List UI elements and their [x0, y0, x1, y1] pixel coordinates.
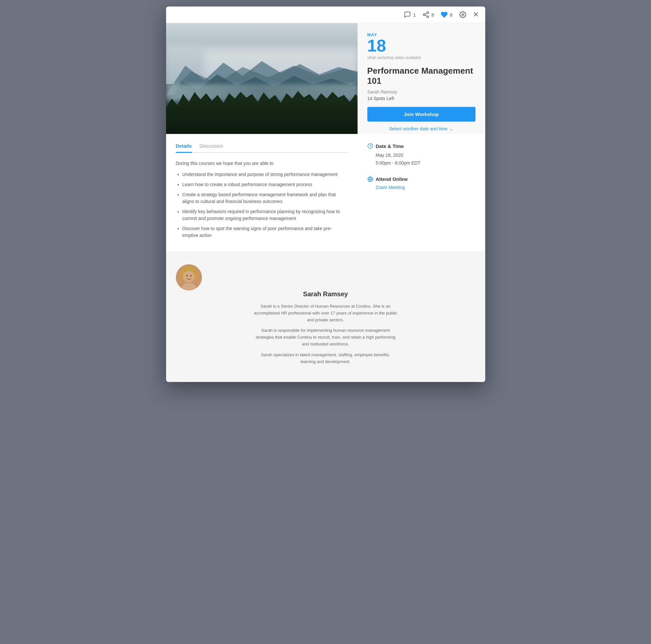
modal: 1 8 8 ✕: [166, 6, 485, 382]
tabs: Details Discussion: [176, 143, 348, 153]
like-count: 8: [450, 12, 452, 18]
list-item: Learn how to create a robust performance…: [182, 181, 348, 188]
attend-label: Attend Online: [376, 176, 408, 182]
attend-online-section: Attend Online Zoom Meeting: [367, 176, 475, 190]
svg-point-1: [423, 14, 425, 16]
chevron-down-icon: ⌄: [450, 126, 453, 131]
share-button[interactable]: 8: [423, 11, 434, 18]
like-button[interactable]: 8: [441, 11, 452, 18]
svg-point-18: [190, 275, 191, 276]
instructor-name-large: Sarah Ramsey: [176, 290, 475, 298]
instructor-bio-2: Sarah is responsible for implementing hu…: [254, 327, 397, 347]
svg-point-2: [427, 16, 429, 18]
list-item: Understand the importance and purpose of…: [182, 171, 348, 178]
main-content: Details Discussion During this courses w…: [166, 134, 485, 251]
left-panel: Details Discussion During this courses w…: [166, 134, 358, 251]
zoom-link[interactable]: Zoom Meeting: [376, 185, 475, 190]
attend-online-header: Attend Online: [367, 176, 475, 182]
date-time-label: Date & Time: [376, 143, 404, 149]
list-item: Create a strategy based performance mana…: [182, 191, 348, 205]
instructor-name-hero: Sarah Ramsey: [367, 89, 475, 94]
select-date-button[interactable]: Select another date and time ⌄: [367, 126, 475, 131]
svg-point-5: [462, 14, 464, 16]
join-workshop-button[interactable]: Join Workshop: [367, 107, 475, 122]
bullet-list: Understand the importance and purpose of…: [176, 171, 348, 239]
share-count: 8: [432, 12, 434, 18]
svg-point-0: [427, 12, 429, 14]
tab-discussion[interactable]: Discussion: [199, 143, 223, 153]
close-button[interactable]: ✕: [473, 11, 479, 18]
comment-count: 1: [413, 12, 415, 18]
settings-button[interactable]: [459, 11, 466, 18]
list-item: Discover how to spot the warning signs o…: [182, 225, 348, 239]
intro-text: During this courses we hope that you are…: [176, 161, 348, 166]
hero-image: [166, 23, 358, 134]
date-time-section: Date & Time May 18, 2020 5:00pm - 8:00pm…: [367, 143, 475, 167]
instructor-section: Sarah Ramsey Sarah is a Senior Director …: [166, 251, 485, 382]
comment-button[interactable]: 1: [404, 11, 415, 18]
svg-point-16: [183, 271, 195, 283]
avatar: [176, 264, 202, 290]
other-dates-text: other workshop dates available: [367, 55, 475, 60]
tab-details[interactable]: Details: [176, 143, 192, 153]
date-time-header: Date & Time: [367, 143, 475, 149]
svg-point-17: [186, 275, 188, 276]
event-time: 5:00pm - 8:00pm EDT: [376, 159, 475, 167]
select-date-label: Select another date and time: [389, 126, 447, 131]
svg-line-3: [425, 15, 427, 16]
globe-icon: [367, 176, 373, 182]
list-item: Identify key behaviors required in perfo…: [182, 208, 348, 222]
workshop-title: Performance Management 101: [367, 66, 475, 86]
event-date: May 18, 2020: [376, 151, 475, 159]
hero-section: MAY 18 other workshop dates available Pe…: [166, 23, 485, 134]
spots-left: 14 Spots Left: [367, 96, 475, 101]
top-bar: 1 8 8 ✕: [166, 6, 485, 23]
right-sidebar: Date & Time May 18, 2020 5:00pm - 8:00pm…: [358, 134, 485, 251]
svg-line-4: [425, 13, 427, 14]
instructor-bio-3: Sarah specializes in talent management, …: [254, 352, 397, 365]
event-day: 18: [367, 37, 475, 54]
clock-icon: [367, 143, 373, 149]
hero-info-panel: MAY 18 other workshop dates available Pe…: [358, 23, 485, 134]
instructor-bio-1: Sarah is a Senior Director of Human Reso…: [254, 303, 397, 323]
